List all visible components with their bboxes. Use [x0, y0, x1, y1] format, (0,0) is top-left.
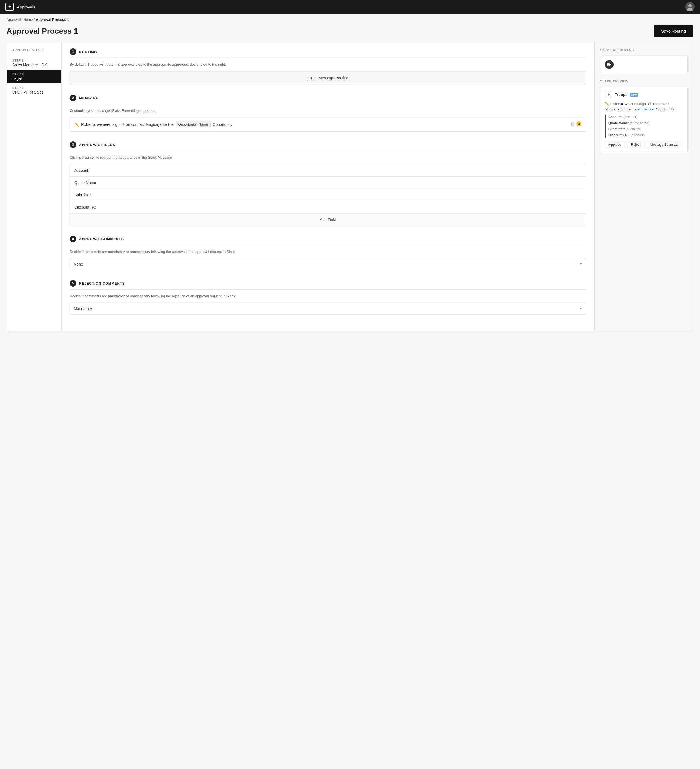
message-text: Roberto, we need sign off on contract la…: [81, 122, 174, 127]
breadcrumb: Approvals Home / Approval Process 1: [0, 14, 700, 23]
slack-preview-title: Slack Preview: [600, 80, 688, 83]
slack-pencil: ✏️: [605, 102, 610, 106]
message-editor-content: ✏️ Roberto, we need sign off on contract…: [74, 121, 568, 127]
approval-comments-select[interactable]: None Mandatory Optional: [70, 258, 586, 270]
fields-title: Approval Fields: [79, 143, 115, 147]
slack-logo: ✝: [605, 91, 613, 98]
sidebar-item-step3[interactable]: Step 3 CFO / VP of Sales: [7, 84, 61, 97]
app-title: Approvals: [17, 5, 35, 9]
approval-comments-dropdown-wrap: None Mandatory Optional ▼: [70, 258, 586, 270]
message-actions: ⊞ 😉: [571, 121, 582, 126]
page-title: Approval Process 1: [6, 27, 78, 35]
rejection-comments-header: 5 Rejection Comments: [70, 280, 586, 290]
page-header: Approval Process 1 Save Routing: [0, 23, 700, 42]
sidebar-item-step1[interactable]: Step 1 Sales Manager - OK: [7, 56, 61, 70]
slack-app-badge: APP: [630, 93, 638, 97]
rejection-comments-title: Rejection Comments: [79, 282, 125, 285]
topnav: ✝ Approvals: [0, 0, 700, 14]
step1-name: Sales Manager - OK: [12, 63, 56, 67]
fields-description: Click & drag cell to reorder the appeara…: [70, 155, 586, 160]
avatar[interactable]: [685, 2, 695, 11]
routing-header: 1 Routing: [70, 48, 586, 58]
approval-comments-number: 4: [70, 236, 76, 242]
slack-field-discount: Discount (%): {discount}: [608, 133, 683, 138]
breadcrumb-parent[interactable]: Approvals Home: [6, 18, 33, 22]
emoji-icon[interactable]: 😉: [576, 121, 582, 126]
token-chip-name[interactable]: Opportunity: Name: [176, 121, 211, 127]
center-panel: 1 Routing By default, Troops will route …: [61, 42, 595, 331]
sidebar: Approval Steps Step 1 Sales Manager - OK…: [7, 42, 61, 331]
approval-fields-section: 3 Approval Fields Click & drag cell to r…: [70, 142, 586, 226]
routing-title: Routing: [79, 50, 97, 54]
breadcrumb-current: Approval Process 1: [36, 18, 69, 22]
slack-message-post: Opportunity: [656, 107, 674, 111]
message-number: 2: [70, 95, 76, 101]
slack-actions: Approve Reject Message Submitter: [605, 141, 683, 148]
direct-message-routing-button[interactable]: Direct Message Routing: [70, 71, 586, 85]
fields-list: Account Quote Name Submitter Discount (%…: [70, 164, 586, 226]
approval-fields-header: 3 Approval Fields: [70, 142, 586, 151]
step2-name: Legal: [12, 76, 56, 80]
rejection-comments-dropdown-wrap: None Mandatory Optional ▼: [70, 303, 586, 315]
message-description: Customize your message (Slack Formatting…: [70, 108, 586, 114]
slack-header: ✝ Troops APP: [605, 91, 683, 98]
slack-field-account: Account: {account}: [608, 114, 683, 119]
approval-comments-title: Approval Comments: [79, 237, 124, 241]
step3-label: Step 3: [12, 86, 56, 89]
approver-avatar: RN: [605, 60, 613, 69]
rejection-comments-select[interactable]: None Mandatory Optional: [70, 303, 586, 315]
slack-field-submitter: Submitter: {submitter}: [608, 127, 683, 132]
field-row-quotename[interactable]: Quote Name: [70, 177, 586, 189]
slack-card: ✝ Troops APP ✏️ Roberto, we need sign of…: [600, 86, 688, 153]
message-editor[interactable]: ✏️ Roberto, we need sign off on contract…: [70, 117, 586, 132]
slack-app-name: Troops: [615, 92, 628, 97]
approver-area: RN: [600, 56, 688, 73]
topnav-left: ✝ Approvals: [5, 3, 35, 11]
approval-comments-description: Decide if comments are mandatory or unne…: [70, 249, 586, 254]
approvers-title: Step 1 Approvers: [600, 48, 688, 51]
slack-field-quotename: Quote Name: {quote name}: [608, 121, 683, 125]
rejection-comments-description: Decide if comments are mandatory or unne…: [70, 293, 586, 299]
sidebar-heading: Approval Steps: [7, 48, 61, 56]
add-field-button[interactable]: Add Field: [70, 214, 586, 225]
approval-comments-section: 4 Approval Comments Decide if comments a…: [70, 236, 586, 270]
app-logo: ✝: [5, 3, 14, 11]
field-row-discount[interactable]: Discount (%): [70, 201, 586, 214]
approve-button[interactable]: Approve: [605, 141, 625, 148]
step2-label: Step 2: [12, 72, 56, 76]
slack-preview-section: Slack Preview ✝ Troops APP ✏️ Roberto, w…: [600, 80, 688, 153]
main-content: Approval Steps Step 1 Sales Manager - OK…: [6, 42, 694, 331]
field-row-submitter[interactable]: Submitter: [70, 189, 586, 201]
message-title: Message: [79, 96, 98, 100]
field-row-account[interactable]: Account: [70, 164, 586, 177]
slack-fields: Account: {account} Quote Name: {quote na…: [605, 114, 683, 138]
pencil-icon: ✏️: [74, 122, 79, 127]
message-token-value: Opportunity: [213, 122, 232, 127]
step3-name: CFO / VP of Sales: [12, 90, 56, 94]
routing-number: 1: [70, 48, 76, 55]
reject-button[interactable]: Reject: [627, 141, 644, 148]
slack-message: ✏️ Roberto, we need sign off on contract…: [605, 101, 683, 112]
rejection-comments-number: 5: [70, 280, 76, 286]
sidebar-item-step2[interactable]: Step 2 Legal: [7, 70, 61, 84]
fields-number: 3: [70, 142, 76, 148]
approval-comments-header: 4 Approval Comments: [70, 236, 586, 245]
step1-label: Step 1: [12, 59, 56, 62]
right-panel: Step 1 Approvers RN Slack Preview ✝ Troo…: [595, 42, 693, 331]
message-submitter-button[interactable]: Message Submitter: [646, 141, 682, 148]
slack-link: Mr. Banker: [637, 107, 655, 111]
message-section: 2 Message Customize your message (Slack …: [70, 95, 586, 132]
plus-icon[interactable]: ⊞: [571, 121, 574, 126]
svg-point-1: [688, 4, 692, 7]
routing-description: By default, Troops will route this appro…: [70, 62, 586, 67]
rejection-comments-section: 5 Rejection Comments Decide if comments …: [70, 280, 586, 315]
message-header: 2 Message: [70, 95, 586, 104]
save-routing-button[interactable]: Save Routing: [653, 26, 694, 37]
routing-section: 1 Routing By default, Troops will route …: [70, 48, 586, 85]
